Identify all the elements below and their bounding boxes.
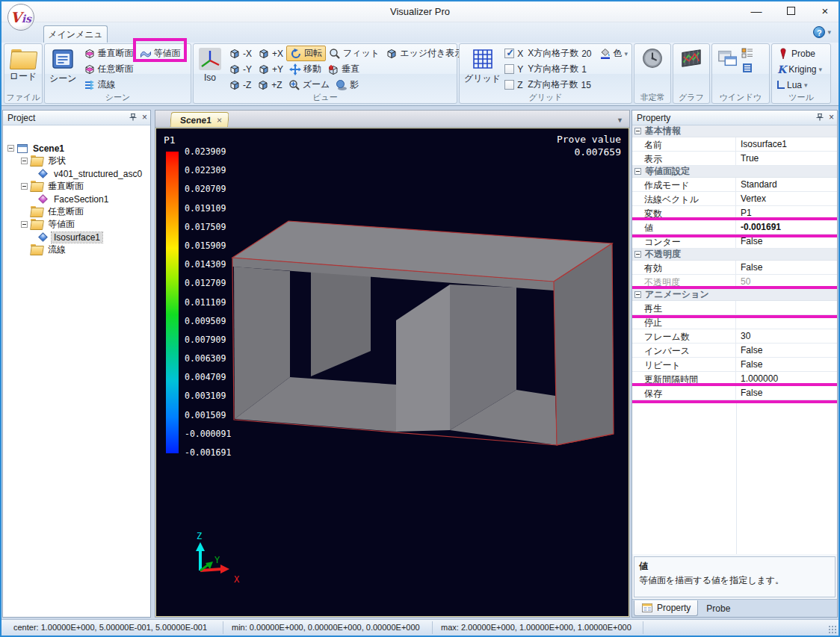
- vertical-section-button[interactable]: 垂直断面: [81, 46, 137, 61]
- folder-icon: [10, 49, 36, 69]
- axis-z-label: Z: [197, 531, 202, 541]
- grid-count-x-field[interactable]: X方向格子数20: [528, 46, 591, 61]
- diamond-icon: [38, 169, 48, 178]
- kriging-button[interactable]: K Kriging▾: [774, 61, 828, 77]
- group-label-graph: グラフ: [673, 93, 709, 103]
- collapse-icon[interactable]: [634, 128, 641, 134]
- window-layout-button[interactable]: [714, 46, 741, 74]
- close-button[interactable]: ×: [816, 3, 834, 19]
- view-plus-y-button[interactable]: +Y: [255, 61, 286, 77]
- unsteady-button[interactable]: [637, 46, 668, 71]
- tab-probe[interactable]: Probe: [700, 600, 737, 616]
- property-row: 変数P1: [632, 206, 837, 220]
- grid-button[interactable]: グリッド: [462, 46, 503, 93]
- tree-item-isosurface1[interactable]: Isosurface1: [3, 231, 150, 243]
- help-button[interactable]: ? ▾: [813, 26, 831, 38]
- resize-grip[interactable]: [828, 625, 837, 634]
- tree-item-facesection1[interactable]: FaceSection1: [3, 193, 150, 205]
- probe-button[interactable]: Probe: [774, 46, 828, 61]
- collapse-icon[interactable]: [634, 251, 641, 258]
- grid-x-checkbox[interactable]: X: [504, 46, 523, 61]
- tree-item-scene1[interactable]: Scene1: [3, 142, 150, 155]
- collapse-icon[interactable]: [634, 168, 641, 175]
- collapse-icon[interactable]: [21, 183, 28, 190]
- property-row-value: 値-0.001691: [632, 220, 837, 234]
- collapse-icon[interactable]: [21, 221, 28, 228]
- view-plus-z-button[interactable]: +Z: [254, 77, 285, 93]
- window-list-icon[interactable]: [741, 47, 753, 59]
- property-panel-header: Property ×: [632, 111, 837, 125]
- arbitrary-section-button[interactable]: 任意断面: [81, 61, 184, 77]
- fit-button[interactable]: フィット: [326, 46, 383, 61]
- tab-property[interactable]: Property: [634, 600, 698, 616]
- project-tree: Scene1 形状 v401_structured_asc0 垂直断面: [3, 125, 150, 617]
- chevron-down-icon: ▾: [819, 66, 823, 73]
- cube-icon: [229, 79, 241, 91]
- property-row: コンターFalse: [632, 234, 837, 249]
- pin-icon[interactable]: [815, 113, 824, 122]
- grid-count-z-field[interactable]: Z方向格子数15: [528, 77, 591, 93]
- zoom-icon: [288, 79, 300, 91]
- close-icon[interactable]: ×: [142, 113, 147, 122]
- app-logo[interactable]: Vis: [7, 4, 34, 31]
- move-button[interactable]: 移動: [286, 61, 324, 77]
- tree-item-shape-folder[interactable]: 形状: [3, 155, 150, 167]
- document-list-icon[interactable]: [741, 62, 753, 74]
- 3d-viewport[interactable]: P1 0.023909 0.022309 0.020709 0.019109 0…: [156, 128, 629, 616]
- minimize-button[interactable]: —: [747, 3, 765, 19]
- scene-button[interactable]: シーン: [47, 46, 79, 93]
- collapse-icon[interactable]: [21, 158, 28, 164]
- property-panel-tabs: Property Probe: [632, 599, 837, 617]
- load-button[interactable]: ロード: [7, 46, 40, 84]
- lua-button[interactable]: Lua▾: [774, 77, 828, 93]
- tree-item-isosurface-folder[interactable]: 等値面: [3, 218, 150, 231]
- property-category: 不透明度: [632, 249, 837, 261]
- isosurface-button[interactable]: 等値面: [137, 46, 184, 61]
- axis-triad: Z Y X: [177, 530, 267, 590]
- property-row: 有効False: [632, 261, 837, 275]
- annotation-box-animation: アニメーション 再生: [632, 289, 837, 315]
- rotate-button[interactable]: 回転: [286, 46, 326, 61]
- vertical-view-button[interactable]: 垂直: [324, 61, 362, 77]
- iso-view-button[interactable]: Iso: [196, 46, 224, 93]
- property-row: インバースFalse: [632, 344, 837, 358]
- zoom-button[interactable]: ズーム: [285, 77, 333, 93]
- close-icon[interactable]: ×: [829, 113, 834, 122]
- document-area: Scene1 × ▼: [155, 110, 630, 618]
- checkbox-icon: [504, 49, 514, 58]
- property-row-save: 保存False: [632, 386, 837, 400]
- grid-z-checkbox[interactable]: Z: [504, 77, 523, 93]
- tree-item-streamline-folder[interactable]: 流線: [3, 243, 150, 256]
- view-minus-z-button[interactable]: -Z: [226, 77, 254, 93]
- property-row: 名前Isosurface1: [632, 137, 837, 152]
- collapse-icon[interactable]: [634, 291, 641, 298]
- axis-y-label: Y: [214, 555, 220, 565]
- ribbon-tab-strip: メインメニュー ? ▾: [1, 22, 839, 43]
- tree-item-arbitrary-section-folder[interactable]: 任意断面: [3, 205, 150, 218]
- shadow-button[interactable]: 影: [333, 77, 362, 93]
- property-row: リピートFalse: [632, 358, 837, 372]
- graph-button[interactable]: [676, 46, 707, 71]
- view-minus-x-button[interactable]: -X: [226, 46, 255, 61]
- arbitrary-section-icon: [84, 63, 96, 75]
- viewport-frame: P1 0.023909 0.022309 0.020709 0.019109 0…: [155, 127, 630, 618]
- tab-list-dropdown-icon[interactable]: ▼: [617, 116, 623, 124]
- collapse-icon[interactable]: [7, 145, 14, 152]
- grid-y-checkbox[interactable]: Y: [504, 61, 523, 77]
- status-min: min: 0.00000E+000, 0.00000E+000, 0.00000…: [232, 623, 420, 632]
- streamline-button[interactable]: 流線: [81, 77, 184, 93]
- view-minus-y-button[interactable]: -Y: [226, 61, 255, 77]
- ribbon-group-file: ロード ファイル: [4, 43, 43, 104]
- maximize-button[interactable]: [782, 3, 800, 19]
- grid-count-y-field[interactable]: Y方向格子数1: [528, 61, 591, 77]
- window-title: Visualizer Pro: [1, 6, 839, 17]
- tab-scene1[interactable]: Scene1 ×: [170, 112, 229, 128]
- shadow-icon: [336, 79, 348, 91]
- tab-main-menu[interactable]: メインメニュー: [43, 25, 108, 43]
- view-plus-x-button[interactable]: +X: [255, 46, 286, 61]
- tree-item-v401[interactable]: v401_structured_asc0: [3, 167, 150, 180]
- pin-icon[interactable]: [129, 113, 138, 122]
- close-icon[interactable]: ×: [216, 113, 222, 128]
- tree-item-vertical-section-folder[interactable]: 垂直断面: [3, 180, 150, 193]
- grid-color-button[interactable]: 色▾: [596, 46, 631, 61]
